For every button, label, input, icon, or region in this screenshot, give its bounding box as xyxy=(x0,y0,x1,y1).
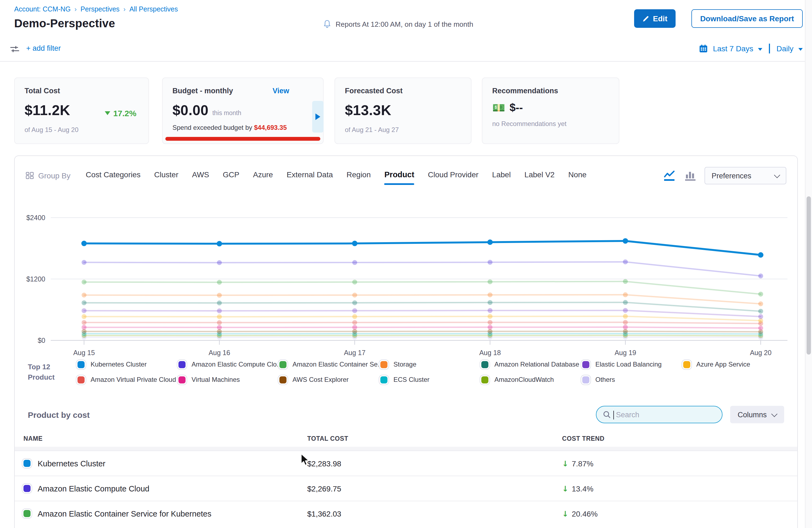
chart-point-amazon-elastic-compute-clo-aug-20[interactable] xyxy=(758,274,763,278)
filter-bar: + add filter Last 7 Days Daily xyxy=(0,37,812,62)
legend-item-kubernetes-cluster[interactable]: Kubernetes Cluster xyxy=(77,361,178,368)
edit-button[interactable]: Edit xyxy=(634,9,676,28)
chart-point-kubernetes-cluster-aug-19[interactable] xyxy=(623,238,628,244)
chart-point-storage-aug-17[interactable] xyxy=(352,293,357,297)
chart-point-amazon-virtual-private-cloud-aug-16[interactable] xyxy=(217,320,222,325)
chart-point-elastic-load-balancing-aug-17[interactable] xyxy=(352,308,357,313)
chart-point-kubernetes-cluster-aug-18[interactable] xyxy=(487,239,493,245)
chart-point-elastic-load-balancing-aug-20[interactable] xyxy=(758,314,763,319)
chart-point-azure-app-service-aug-17[interactable] xyxy=(352,314,357,319)
chart-point-amazon-elastic-container-se-aug-20[interactable] xyxy=(758,292,763,296)
chart-point-virtual-machines-aug-15[interactable] xyxy=(82,325,87,330)
chart-point-amazon-elastic-container-se-aug-19[interactable] xyxy=(623,279,628,284)
chart-point-amazon-relational-database-aug-17[interactable] xyxy=(352,300,357,305)
chart-point-amazon-relational-database-aug-15[interactable] xyxy=(82,300,87,305)
legend-item-amazon-elastic-container-se[interactable]: Amazon Elastic Container Se... xyxy=(279,361,380,368)
chart-point-virtual-machines-aug-19[interactable] xyxy=(623,325,628,330)
chart-point-amazon-elastic-container-se-aug-17[interactable] xyxy=(352,280,357,284)
granularity-selector[interactable]: Daily xyxy=(777,44,794,53)
chart-point-virtual-machines-aug-18[interactable] xyxy=(488,325,493,330)
chart-point-kubernetes-cluster-aug-16[interactable] xyxy=(217,241,222,247)
table-row-kubernetes-cluster[interactable]: Kubernetes Cluster$2,283.98↓7.87% xyxy=(15,451,797,475)
legend-item-amazon-virtual-private-cloud[interactable]: Amazon Virtual Private Cloud xyxy=(77,376,178,383)
budget-view-link[interactable]: View xyxy=(273,87,289,95)
tab-aws[interactable]: AWS xyxy=(192,170,209,181)
search-input[interactable] xyxy=(615,410,710,419)
tab-external-data[interactable]: External Data xyxy=(287,170,333,181)
chart-point-storage-aug-15[interactable] xyxy=(82,293,87,297)
chart-point-amazon-elastic-container-se-aug-18[interactable] xyxy=(488,279,493,284)
budget-expand-button[interactable] xyxy=(312,101,323,133)
chart-point-elastic-load-balancing-aug-18[interactable] xyxy=(488,308,493,313)
chart-point-amazon-elastic-compute-clo-aug-15[interactable] xyxy=(82,260,87,265)
chart-point-virtual-machines-aug-20[interactable] xyxy=(758,326,763,331)
legend-item-storage[interactable]: Storage xyxy=(380,361,481,368)
tab-region[interactable]: Region xyxy=(347,170,371,181)
tab-none[interactable]: None xyxy=(568,170,586,181)
tab-product[interactable]: Product xyxy=(385,170,415,181)
chart-point-kubernetes-cluster-aug-17[interactable] xyxy=(352,241,358,246)
chart-point-amazon-relational-database-aug-19[interactable] xyxy=(623,300,628,305)
legend-item-amazoncloudwatch[interactable]: AmazonCloudWatch xyxy=(481,376,582,383)
chart-point-amazon-virtual-private-cloud-aug-18[interactable] xyxy=(488,320,493,325)
chart-point-amazon-relational-database-aug-18[interactable] xyxy=(488,300,493,305)
scrollbar-thumb[interactable] xyxy=(807,196,811,354)
chart-point-amazon-elastic-compute-clo-aug-18[interactable] xyxy=(488,260,493,265)
breadcrumb-perspectives-link[interactable]: Perspectives xyxy=(81,5,119,13)
tab-label[interactable]: Label xyxy=(492,170,511,181)
chart-point-amazon-relational-database-aug-16[interactable] xyxy=(217,300,222,306)
filter-sliders-icon[interactable] xyxy=(10,45,20,54)
chart-point-kubernetes-cluster-aug-20[interactable] xyxy=(758,252,764,258)
chart-point-storage-aug-16[interactable] xyxy=(217,293,222,298)
legend-item-azure-app-service[interactable]: Azure App Service xyxy=(683,361,784,368)
chart-point-storage-aug-19[interactable] xyxy=(623,292,628,297)
legend-item-others[interactable]: Others xyxy=(582,376,683,383)
tab-cloud-provider[interactable]: Cloud Provider xyxy=(428,170,478,181)
chart-point-storage-aug-18[interactable] xyxy=(488,292,493,297)
tab-cost-categories[interactable]: Cost Categories xyxy=(86,170,141,181)
chart-point-azure-app-service-aug-18[interactable] xyxy=(488,314,493,319)
chart-point-azure-app-service-aug-16[interactable] xyxy=(217,314,222,319)
breadcrumb-account-link[interactable]: Account: CCM-NG xyxy=(14,5,71,13)
chart-point-amazon-elastic-container-se-aug-16[interactable] xyxy=(217,280,222,285)
chart-point-virtual-machines-aug-16[interactable] xyxy=(217,325,222,330)
date-range-selector[interactable]: Last 7 Days xyxy=(713,44,753,53)
chart-point-amazon-elastic-compute-clo-aug-16[interactable] xyxy=(217,260,222,265)
tab-cluster[interactable]: Cluster xyxy=(154,170,178,181)
chart-point-amazon-relational-database-aug-20[interactable] xyxy=(758,309,763,314)
chart-point-amazon-elastic-container-se-aug-15[interactable] xyxy=(82,280,87,284)
legend-item-ecs-cluster[interactable]: ECS Cluster xyxy=(380,376,481,383)
columns-dropdown[interactable]: Columns xyxy=(730,406,784,423)
legend-item-elastic-load-balancing[interactable]: Elastic Load Balancing xyxy=(582,361,683,368)
search-box[interactable] xyxy=(596,406,722,423)
scrollbar-track[interactable] xyxy=(805,0,812,528)
legend-item-virtual-machines[interactable]: Virtual Machines xyxy=(178,376,279,383)
tab-gcp[interactable]: GCP xyxy=(223,170,240,181)
chart-point-amazon-virtual-private-cloud-aug-15[interactable] xyxy=(82,320,87,325)
chart-point-storage-aug-20[interactable] xyxy=(758,302,763,306)
download-save-report-button[interactable]: Download/Save as Report xyxy=(692,9,803,28)
legend-item-aws-cost-explorer[interactable]: AWS Cost Explorer xyxy=(279,376,380,383)
preferences-dropdown[interactable]: Preferences xyxy=(705,167,786,185)
chart-point-virtual-machines-aug-17[interactable] xyxy=(352,325,357,330)
table-row-amazon-elastic-compute-cloud[interactable]: Amazon Elastic Compute Cloud$2,269.75↓13… xyxy=(15,475,797,501)
legend-item-amazon-elastic-compute-clo[interactable]: Amazon Elastic Compute Clo... xyxy=(178,361,279,368)
legend-item-amazon-relational-database[interactable]: Amazon Relational Database ... xyxy=(481,361,582,368)
chart-point-amazon-elastic-compute-clo-aug-19[interactable] xyxy=(623,259,628,264)
tab-label-v2[interactable]: Label V2 xyxy=(524,170,555,181)
chart-point-amazon-virtual-private-cloud-aug-19[interactable] xyxy=(623,320,628,325)
chart-point-amazon-virtual-private-cloud-aug-17[interactable] xyxy=(352,320,357,325)
chart-point-elastic-load-balancing-aug-15[interactable] xyxy=(82,308,87,313)
breadcrumb-all-perspectives-link[interactable]: All Perspectives xyxy=(129,5,178,13)
bar-chart-toggle-icon[interactable] xyxy=(684,170,696,182)
chart-point-azure-app-service-aug-15[interactable] xyxy=(82,314,87,319)
chart-point-elastic-load-balancing-aug-19[interactable] xyxy=(623,308,628,313)
chart-point-kubernetes-cluster-aug-15[interactable] xyxy=(81,241,87,246)
tab-azure[interactable]: Azure xyxy=(253,170,273,181)
chart-point-elastic-load-balancing-aug-16[interactable] xyxy=(217,308,222,313)
chart-point-amazon-elastic-compute-clo-aug-17[interactable] xyxy=(352,260,357,265)
line-chart-toggle-icon[interactable] xyxy=(663,170,676,182)
add-filter-button[interactable]: + add filter xyxy=(26,44,61,53)
table-row-amazon-elastic-container-service-for-kubernetes[interactable]: Amazon Elastic Container Service for Kub… xyxy=(15,501,797,526)
chart-point-azure-app-service-aug-19[interactable] xyxy=(623,314,628,319)
